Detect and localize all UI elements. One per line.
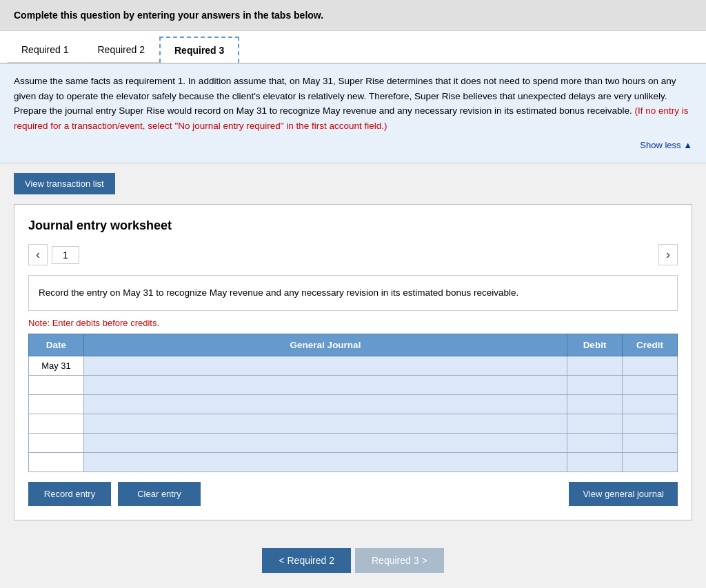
journal-cell-1[interactable] — [84, 356, 567, 375]
journal-input-5[interactable] — [87, 436, 564, 449]
debit-cell-6[interactable] — [567, 452, 623, 472]
credit-cell-1[interactable] — [623, 356, 678, 375]
journal-cell-3[interactable] — [84, 394, 567, 414]
description-box: Assume the same facts as requirement 1. … — [0, 64, 706, 163]
journal-input-3[interactable] — [87, 398, 564, 411]
credit-input-4[interactable] — [625, 417, 674, 430]
description-main-text: Assume the same facts as requirement 1. … — [14, 76, 676, 116]
next-required-button[interactable]: Required 3 > — [355, 548, 444, 573]
debit-input-5[interactable] — [570, 436, 619, 449]
debit-cell-1[interactable] — [567, 356, 623, 375]
journal-input-4[interactable] — [87, 417, 564, 430]
credit-input-2[interactable] — [625, 378, 674, 392]
entry-description: Record the entry on May 31 to recognize … — [28, 275, 678, 311]
date-cell-2 — [29, 375, 84, 394]
entry-description-text: Record the entry on May 31 to recognize … — [39, 287, 518, 298]
worksheet-title: Journal entry worksheet — [28, 219, 678, 233]
clear-entry-button[interactable]: Clear entry — [118, 482, 201, 506]
col-header-date: Date — [29, 334, 84, 356]
tab-required-2[interactable]: Required 2 — [83, 37, 160, 63]
journal-cell-2[interactable] — [84, 375, 567, 394]
credit-cell-3[interactable] — [623, 394, 678, 414]
debit-input-2[interactable] — [570, 378, 619, 392]
prev-page-button[interactable]: ‹ — [28, 244, 48, 265]
date-cell-3 — [29, 394, 84, 414]
tabs-bar: Required 1 Required 2 Required 3 — [0, 31, 706, 64]
journal-input-6[interactable] — [87, 456, 564, 469]
table-row — [29, 433, 678, 452]
tab-required-3[interactable]: Required 3 — [159, 37, 239, 63]
journal-cell-6[interactable] — [84, 452, 567, 472]
table-row: May 31 — [29, 356, 678, 375]
credit-input-1[interactable] — [625, 359, 674, 372]
next-page-button[interactable]: › — [658, 244, 678, 265]
credit-input-3[interactable] — [625, 398, 674, 411]
journal-entry-worksheet: Journal entry worksheet ‹ › Record the e… — [14, 204, 692, 520]
debit-input-3[interactable] — [570, 398, 619, 411]
credit-cell-4[interactable] — [623, 414, 678, 433]
journal-cell-5[interactable] — [84, 433, 567, 452]
date-cell-1: May 31 — [29, 356, 84, 375]
pagination-row: ‹ › — [28, 244, 678, 265]
journal-input-1[interactable] — [87, 359, 564, 372]
credit-cell-6[interactable] — [623, 452, 678, 472]
journal-cell-4[interactable] — [84, 414, 567, 433]
debit-cell-2[interactable] — [567, 375, 623, 394]
view-transaction-button[interactable]: View transaction list — [14, 173, 115, 194]
view-general-journal-button[interactable]: View general journal — [569, 482, 678, 506]
show-less-button[interactable]: Show less ▲ — [640, 140, 692, 150]
debit-cell-3[interactable] — [567, 394, 623, 414]
date-cell-5 — [29, 433, 84, 452]
worksheet-button-row: Record entry Clear entry View general jo… — [28, 482, 678, 506]
table-row — [29, 394, 678, 414]
top-instruction: Complete this question by entering your … — [0, 0, 706, 31]
note-text: Note: Enter debits before credits. — [28, 318, 678, 328]
debit-input-4[interactable] — [570, 417, 619, 430]
page-number-input[interactable] — [52, 246, 79, 264]
credit-input-5[interactable] — [625, 436, 674, 449]
credit-cell-2[interactable] — [623, 375, 678, 394]
credit-input-6[interactable] — [625, 456, 674, 469]
debit-cell-4[interactable] — [567, 414, 623, 433]
debit-input-1[interactable] — [570, 359, 619, 372]
tab-required-1[interactable]: Required 1 — [7, 37, 83, 63]
journal-input-2[interactable] — [87, 378, 564, 392]
col-header-general-journal: General Journal — [84, 334, 567, 356]
prev-required-button[interactable]: < Required 2 — [262, 548, 351, 573]
instruction-text: Complete this question by entering your … — [14, 10, 323, 21]
table-row — [29, 452, 678, 472]
date-cell-4 — [29, 414, 84, 433]
debit-input-6[interactable] — [570, 456, 619, 469]
credit-cell-5[interactable] — [623, 433, 678, 452]
journal-table: Date General Journal Debit Credit May 31 — [28, 334, 678, 472]
table-row — [29, 375, 678, 394]
record-entry-button[interactable]: Record entry — [28, 482, 111, 506]
bottom-navigation: < Required 2 Required 3 > — [0, 534, 706, 587]
col-header-debit: Debit — [567, 334, 623, 356]
debit-cell-5[interactable] — [567, 433, 623, 452]
col-header-credit: Credit — [623, 334, 678, 356]
date-cell-6 — [29, 452, 84, 472]
action-bar: View transaction list — [0, 163, 706, 204]
table-row — [29, 414, 678, 433]
